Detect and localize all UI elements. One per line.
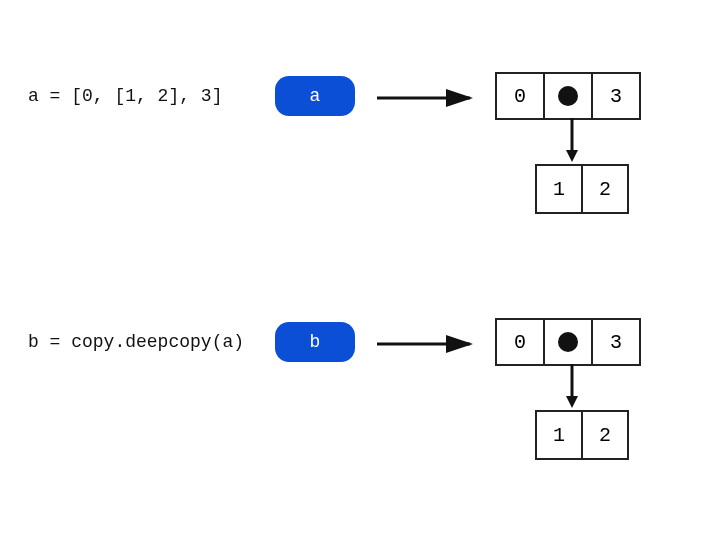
list-cell: 3 [591,72,641,120]
list-value: 2 [599,424,611,447]
list-cell: 3 [591,318,641,366]
list-value: 0 [514,85,526,108]
list-value: 3 [610,331,622,354]
diagram-row-b: b = copy.deepcopy(a) b 0 3 1 2 [0,318,720,478]
list-cell: 0 [495,318,545,366]
variable-pill-a: a [275,76,355,116]
variable-pill-b: b [275,322,355,362]
list-value: 0 [514,331,526,354]
inner-list-a: 1 2 [535,164,629,214]
variable-label: a [310,86,321,106]
arrow-down-icon [560,116,584,166]
pointer-dot-icon [558,332,578,352]
pointer-dot-icon [558,86,578,106]
outer-list-b: 0 3 [495,318,641,366]
list-value: 1 [553,424,565,447]
list-cell-pointer [543,72,593,120]
list-value: 1 [553,178,565,201]
outer-list-a: 0 3 [495,72,641,120]
list-cell: 1 [535,410,583,460]
code-line-b: b = copy.deepcopy(a) [28,332,244,352]
arrow-right-icon [375,86,485,110]
list-cell: 2 [581,164,629,214]
code-line-a: a = [0, [1, 2], 3] [28,86,222,106]
arrow-right-icon [375,332,485,356]
list-cell: 0 [495,72,545,120]
list-cell: 2 [581,410,629,460]
variable-label: b [310,332,321,352]
diagram-row-a: a = [0, [1, 2], 3] a 0 3 1 2 [0,72,720,232]
inner-list-b: 1 2 [535,410,629,460]
list-value: 3 [610,85,622,108]
arrow-down-icon [560,362,584,412]
list-cell-pointer [543,318,593,366]
list-cell: 1 [535,164,583,214]
list-value: 2 [599,178,611,201]
